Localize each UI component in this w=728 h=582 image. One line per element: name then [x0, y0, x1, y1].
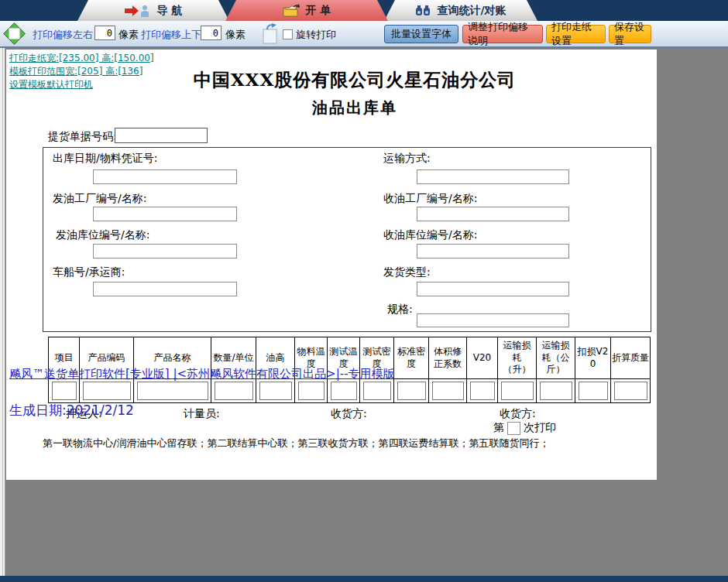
table-cell: [134, 378, 211, 402]
field-input[interactable]: [417, 169, 569, 184]
table-cell-input[interactable]: [397, 382, 426, 400]
binoculars-icon: [415, 5, 431, 16]
table-cell: [211, 378, 256, 402]
field-input[interactable]: [417, 207, 569, 221]
table-cell-input[interactable]: [298, 382, 325, 400]
sign-gauger-label: 计量员:: [184, 407, 220, 421]
table-header-cell: 体积修正系数: [429, 337, 467, 378]
table-header-cell: 扣损V20: [575, 337, 611, 378]
move-diamond-icon[interactable]: [3, 22, 26, 45]
table-cell: [394, 378, 429, 402]
table-header-cell: 标准密度: [394, 337, 429, 378]
table-cell-input[interactable]: [363, 382, 391, 400]
table-cell-input[interactable]: [83, 382, 131, 400]
print-count-block: 第 次打印: [493, 421, 556, 435]
field-label: 收油库位编号/名称:: [383, 228, 477, 242]
table-cell: [429, 378, 467, 402]
field-label: 运输方式:: [383, 152, 431, 166]
table-cell: [256, 378, 295, 402]
rotate-print-checkbox[interactable]: [283, 29, 293, 39]
field-input[interactable]: [417, 282, 569, 296]
print-count-suffix: 次打印: [524, 421, 556, 435]
table-cell-input[interactable]: [470, 382, 495, 400]
table-cell: [80, 378, 134, 402]
offset-lr-input[interactable]: [94, 26, 115, 40]
app-window: 导 航 开 单 查询统计/对账: [0, 0, 728, 582]
paper-size-link[interactable]: 打印走纸宽:[235.00] 高:[150.00]: [9, 52, 154, 65]
left-gutter: [0, 48, 5, 576]
tab-bar: 导 航 开 单 查询统计/对账: [0, 0, 728, 21]
offset-help-button[interactable]: 调整打印偏移说明: [462, 25, 543, 43]
field-input[interactable]: [93, 282, 237, 296]
generation-date: 生成日期:2021/2/12: [9, 402, 134, 419]
table-cell: [49, 378, 80, 402]
save-settings-button[interactable]: 保存设置: [609, 25, 651, 43]
table-cell-input[interactable]: [137, 382, 208, 400]
tab-navigation-label: 导 航: [157, 4, 183, 18]
print-count-prefix: 第: [493, 421, 504, 435]
table-cell: [328, 378, 360, 402]
table-cell-input[interactable]: [540, 382, 572, 400]
field-label: 规格:: [387, 303, 413, 317]
rotate-page-icon: [262, 23, 280, 44]
tab-billing-label: 开 单: [306, 4, 331, 18]
table-cell: [537, 378, 575, 402]
software-watermark: 飚风™送货单打印软件[专业版] |<苏州飚风软件有限公司出品>|--专用模版: [9, 367, 395, 382]
table-cell-input[interactable]: [614, 382, 647, 400]
field-input[interactable]: [93, 244, 237, 258]
table-cell: [611, 378, 650, 402]
pickup-number-label: 提货单据号码:: [48, 130, 117, 144]
offset-lr-unit: 像素: [118, 28, 139, 42]
table-header-cell: V20: [467, 337, 498, 378]
template-preview-page: 打印走纸宽:[235.00] 高:[150.00] 模板打印范围宽:[205] …: [6, 50, 657, 480]
tab-query-stats[interactable]: 查询统计/对账: [384, 0, 537, 21]
table-cell: [498, 378, 537, 402]
print-settings-toolbar: 打印偏移左右 像素 打印偏移上下 像素 旋转打印 批量设置字体 调整打印偏移说明…: [0, 21, 728, 48]
field-label: 发油工厂编号/名称:: [53, 192, 146, 206]
batch-font-button[interactable]: 批量设置字体: [384, 25, 458, 43]
field-label: 发油库位编号/名称:: [56, 228, 149, 242]
folder-icon: [283, 4, 300, 17]
field-label: 发货类型:: [383, 265, 431, 279]
table-header-cell: 运输损耗（公斤）: [537, 337, 575, 378]
field-label: 车船号/承运商:: [53, 265, 125, 279]
offset-lr-label: 打印偏移左右: [33, 28, 93, 42]
tab-navigation[interactable]: 导 航: [77, 0, 229, 21]
form-subtitle: 油品出库单: [53, 98, 657, 118]
copies-footer: 第一联物流中心/润滑油中心留存联；第二联结算中心联；第三联收货方联；第四联运费结…: [43, 436, 549, 450]
product-table-row: [49, 378, 650, 402]
field-input[interactable]: [417, 313, 569, 327]
rotate-print-label: 旋转打印: [296, 28, 336, 42]
field-input[interactable]: [417, 244, 569, 258]
table-header-cell: 折算质量: [611, 337, 650, 378]
sign-receiver-label-2: 收货方:: [500, 407, 536, 421]
table-cell-input[interactable]: [52, 382, 77, 400]
pickup-number-field[interactable]: [115, 128, 208, 143]
company-title: 中国XXX股份有限公司火星石油分公司: [53, 68, 657, 92]
table-cell-input[interactable]: [331, 382, 357, 400]
table-cell: [467, 378, 498, 402]
field-input[interactable]: [93, 207, 237, 221]
offset-ud-label: 打印偏移上下: [141, 28, 201, 42]
table-cell: [575, 378, 611, 402]
table-cell: [360, 378, 394, 402]
paper-setup-button[interactable]: 打印走纸设置: [546, 25, 606, 43]
table-cell-input[interactable]: [579, 382, 608, 400]
table-cell: [295, 378, 328, 402]
offset-ud-input[interactable]: [201, 26, 221, 40]
field-input[interactable]: [93, 169, 237, 184]
field-label: 收油工厂编号/名称:: [383, 192, 477, 206]
table-cell-input[interactable]: [259, 382, 292, 400]
bottom-status-bar: [0, 576, 728, 582]
sign-receiver-label: 收货方:: [331, 407, 367, 421]
table-header-cell: 运输损耗（升）: [498, 337, 537, 378]
offset-ud-unit: 像素: [225, 28, 246, 42]
field-label: 出库日期/物料凭证号:: [53, 152, 157, 166]
table-cell-input[interactable]: [501, 382, 534, 400]
table-cell-input[interactable]: [215, 382, 253, 400]
nav-arrow-person-icon: [125, 5, 151, 17]
tab-billing[interactable]: 开 单: [225, 0, 388, 21]
print-count-box[interactable]: [507, 422, 520, 435]
tab-query-stats-label: 查询统计/对账: [437, 4, 506, 18]
table-cell-input[interactable]: [432, 382, 464, 400]
